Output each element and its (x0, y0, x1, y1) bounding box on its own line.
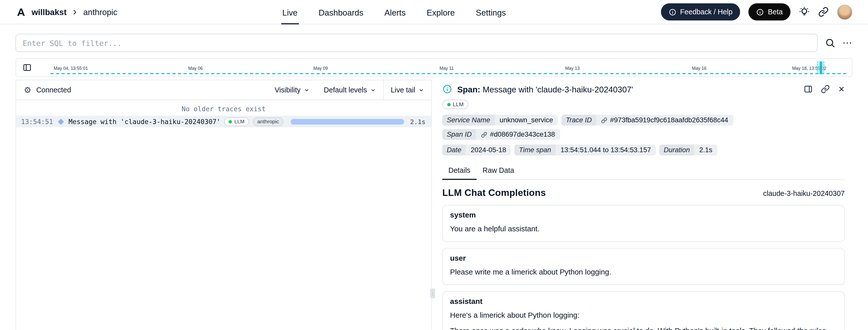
model-name: claude-3-haiku-20240307 (763, 189, 845, 198)
nav-tab-settings[interactable]: Settings (476, 0, 506, 24)
message-role: system (450, 211, 837, 219)
timeline-tick-label: May 13 (565, 66, 580, 71)
breadcrumb: willbakst anthropic (16, 6, 118, 17)
timeline-selection[interactable] (817, 62, 824, 74)
main-nav: Live Dashboards Alerts Explore Settings (282, 0, 506, 24)
user-avatar[interactable] (837, 4, 852, 20)
span-title: Span: Message with 'claude-3-haiku-20240… (457, 84, 633, 94)
beta-label: Beta (768, 8, 783, 16)
grip-icon: ⋮ (431, 291, 435, 296)
section-title: LLM Chat Completions (442, 188, 546, 199)
message-card-assistant: assistant Here's a limerick about Python… (442, 291, 845, 330)
nav-tab-explore[interactable]: Explore (427, 0, 455, 24)
chevron-down-icon (370, 87, 376, 93)
traces-panel-header: ⚙ Connected Visibility Default levels (16, 80, 431, 100)
chevron-down-icon (304, 87, 309, 93)
close-panel-button[interactable]: ✕ (838, 85, 845, 93)
traces-panel: ⚙ Connected Visibility Default levels (16, 80, 432, 330)
timeline-density-line (51, 73, 846, 74)
panel-resize-handle[interactable]: ⋮ (430, 288, 435, 298)
trace-timestamp: 13:54:51 (21, 118, 53, 125)
link-icon (481, 131, 487, 138)
nav-tab-dashboards[interactable]: Dashboards (318, 0, 363, 24)
gear-icon[interactable]: ⚙ (24, 86, 31, 94)
info-circle-icon (442, 84, 452, 94)
span-meta-row-2: Date 2024-05-18 Time span 13:54:51.044 t… (442, 144, 845, 155)
span-tags: LLM (442, 100, 845, 109)
connection-status: Connected (36, 86, 71, 94)
time-span-pill: Time span 13:54:51.044 to 13:54:53.157 (515, 144, 656, 155)
green-dot-icon (229, 120, 232, 123)
span-details-panel: Span: Message with 'claude-3-haiku-20240… (437, 80, 852, 330)
service-name-pill: Service Name unknown_service (442, 115, 558, 126)
visibility-dropdown[interactable]: Visibility (268, 80, 317, 100)
feedback-help-label: Feedback / Help (680, 8, 733, 16)
main-split: ⚙ Connected Visibility Default levels (16, 80, 852, 330)
date-pill: Date 2024-05-18 (442, 144, 511, 155)
duration-pill: Duration 2.1s (659, 144, 717, 155)
span-id-pill[interactable]: Span ID #d08697de343ce138 (442, 129, 560, 140)
duration-bar (290, 119, 404, 124)
message-card-user: user Please write me a limerick about Py… (442, 248, 845, 285)
span-diamond-icon (58, 118, 64, 125)
link-icon (821, 85, 830, 93)
app-root: willbakst anthropic Live Dashboards Aler… (0, 0, 868, 330)
trace-id-pill[interactable]: Trace ID #973fba5919cf9c618aafdb2635f68c… (561, 115, 733, 126)
info-circle-icon (669, 8, 676, 16)
search-button[interactable] (825, 38, 835, 48)
time-range-strip[interactable]: May 04, 13:55:01 May 06 May 09 May 11 Ma… (16, 58, 852, 77)
chevron-right-icon (71, 8, 78, 15)
panel-gutter: ⋮ (432, 80, 437, 330)
breadcrumb-project[interactable]: anthropic (83, 7, 117, 17)
traces-panel-controls: Visibility Default levels Live tail (268, 80, 431, 100)
navbar-actions: Feedback / Help Beta (661, 3, 853, 20)
link-icon (601, 117, 607, 123)
link-icon[interactable] (818, 6, 829, 17)
tab-raw-data[interactable]: Raw Data (476, 163, 520, 179)
more-options-button[interactable]: ⋯ (842, 38, 852, 48)
span-header-actions: ✕ (804, 85, 845, 93)
copy-link-button[interactable] (821, 85, 830, 93)
breadcrumb-org[interactable]: willbakst (32, 7, 67, 17)
tab-details[interactable]: Details (442, 163, 476, 179)
nav-tab-alerts[interactable]: Alerts (384, 0, 406, 24)
message-content: Please write me a limerick about Python … (450, 267, 837, 277)
provider-badge: anthropic (253, 117, 283, 126)
timeline-tick-label: May 11 (439, 66, 454, 71)
message-role: user (450, 254, 837, 263)
span-tabs: Details Raw Data (442, 163, 845, 180)
trace-row[interactable]: 13:54:51 Message with 'claude-3-haiku-20… (16, 116, 431, 127)
side-panel-icon (804, 85, 813, 93)
span-meta-row-1: Service Name unknown_service Trace ID #9… (442, 115, 845, 140)
trace-title: Message with 'claude-3-haiku-20240307' (68, 118, 220, 125)
completions-section-header: LLM Chat Completions claude-3-haiku-2024… (442, 188, 845, 199)
sidebar-toggle-icon[interactable] (23, 63, 31, 72)
message-card-system: system You are a helpful assistant. (442, 205, 845, 242)
message-content: Here's a limerick about Python logging: (450, 311, 837, 321)
expand-panel-button[interactable] (804, 85, 813, 93)
no-older-traces-message: No older traces exist (16, 105, 431, 113)
llm-badge: LLM (224, 117, 249, 126)
beta-button[interactable]: Beta (748, 3, 790, 20)
timeline-tick-label: May 16 (692, 66, 707, 71)
info-circle-icon (756, 8, 764, 16)
nav-tab-live[interactable]: Live (282, 0, 298, 24)
close-icon: ✕ (838, 85, 845, 93)
live-tail-dropdown[interactable]: Live tail (383, 80, 431, 100)
filter-bar: ⋯ (16, 34, 852, 52)
llm-badge: LLM (442, 100, 469, 109)
search-icon (825, 38, 835, 48)
chevron-down-icon (418, 87, 424, 93)
sql-filter-input[interactable] (16, 34, 818, 52)
message-content: You are a helpful assistant. (450, 224, 837, 234)
trace-duration: 2.1s (410, 118, 426, 125)
default-levels-dropdown[interactable]: Default levels (316, 80, 383, 100)
app-logo-icon[interactable] (16, 6, 27, 17)
ellipsis-icon: ⋯ (842, 38, 852, 48)
green-dot-icon (447, 103, 451, 106)
timeline-tick-label: May 06 (188, 66, 203, 71)
timeline-tick-label: May 09 (313, 66, 328, 71)
span-header: Span: Message with 'claude-3-haiku-20240… (442, 84, 845, 94)
feedback-help-button[interactable]: Feedback / Help (661, 3, 740, 20)
lightbulb-icon[interactable] (799, 6, 810, 17)
